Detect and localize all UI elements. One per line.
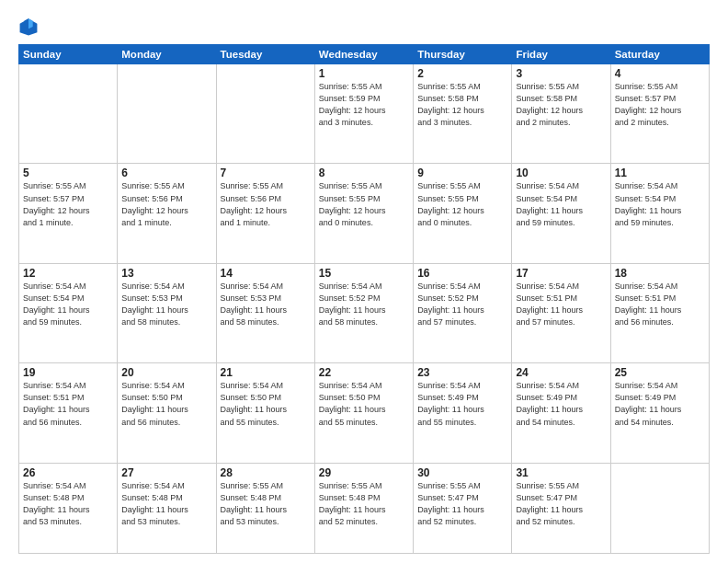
day-number: 28 — [221, 466, 311, 479]
day-cell: 6Sunrise: 5:55 AM Sunset: 5:56 PM Daylig… — [118, 164, 216, 263]
day-cell: 4Sunrise: 5:55 AM Sunset: 5:57 PM Daylig… — [610, 64, 709, 164]
day-number: 12 — [23, 267, 113, 280]
day-number: 20 — [121, 366, 211, 379]
day-number: 2 — [417, 67, 507, 80]
day-info: Sunrise: 5:55 AM Sunset: 5:55 PM Dayligh… — [417, 180, 507, 228]
week-row-5: 26Sunrise: 5:54 AM Sunset: 5:48 PM Dayli… — [19, 463, 710, 553]
day-info: Sunrise: 5:54 AM Sunset: 5:51 PM Dayligh… — [516, 281, 606, 328]
day-info: Sunrise: 5:54 AM Sunset: 5:51 PM Dayligh… — [23, 380, 113, 428]
day-info: Sunrise: 5:54 AM Sunset: 5:48 PM Dayligh… — [121, 480, 211, 528]
day-cell: 17Sunrise: 5:54 AM Sunset: 5:51 PM Dayli… — [512, 263, 610, 362]
day-cell: 20Sunrise: 5:54 AM Sunset: 5:50 PM Dayli… — [118, 363, 216, 463]
day-cell: 26Sunrise: 5:54 AM Sunset: 5:48 PM Dayli… — [19, 463, 118, 553]
day-cell — [216, 64, 314, 164]
day-number: 10 — [516, 167, 606, 179]
week-row-2: 5Sunrise: 5:55 AM Sunset: 5:57 PM Daylig… — [19, 164, 710, 263]
day-cell: 5Sunrise: 5:55 AM Sunset: 5:57 PM Daylig… — [19, 164, 118, 263]
day-number: 15 — [319, 267, 409, 280]
day-cell: 19Sunrise: 5:54 AM Sunset: 5:51 PM Dayli… — [19, 363, 118, 463]
day-info: Sunrise: 5:54 AM Sunset: 5:50 PM Dayligh… — [221, 380, 311, 428]
day-cell: 22Sunrise: 5:54 AM Sunset: 5:50 PM Dayli… — [314, 363, 413, 463]
day-number: 13 — [121, 267, 211, 280]
day-info: Sunrise: 5:55 AM Sunset: 5:55 PM Dayligh… — [319, 180, 409, 228]
day-number: 24 — [516, 366, 606, 379]
day-number: 5 — [23, 167, 113, 179]
day-cell: 23Sunrise: 5:54 AM Sunset: 5:49 PM Dayli… — [414, 363, 512, 463]
logo-icon — [18, 17, 39, 37]
day-cell: 21Sunrise: 5:54 AM Sunset: 5:50 PM Dayli… — [216, 363, 314, 463]
day-info: Sunrise: 5:54 AM Sunset: 5:54 PM Dayligh… — [23, 281, 113, 328]
day-info: Sunrise: 5:55 AM Sunset: 5:56 PM Dayligh… — [121, 180, 211, 228]
weekday-sunday: Sunday — [19, 45, 118, 64]
day-number: 9 — [417, 167, 507, 179]
day-number: 19 — [23, 366, 113, 379]
day-cell: 12Sunrise: 5:54 AM Sunset: 5:54 PM Dayli… — [19, 263, 118, 362]
day-info: Sunrise: 5:54 AM Sunset: 5:54 PM Dayligh… — [516, 180, 606, 228]
day-info: Sunrise: 5:54 AM Sunset: 5:49 PM Dayligh… — [516, 380, 606, 428]
day-info: Sunrise: 5:54 AM Sunset: 5:53 PM Dayligh… — [121, 281, 211, 328]
day-number: 7 — [221, 167, 311, 179]
header — [18, 17, 710, 37]
weekday-wednesday: Wednesday — [314, 45, 413, 64]
day-info: Sunrise: 5:55 AM Sunset: 5:47 PM Dayligh… — [417, 480, 507, 528]
day-number: 30 — [417, 466, 507, 479]
day-info: Sunrise: 5:54 AM Sunset: 5:49 PM Dayligh… — [615, 380, 705, 428]
day-cell: 1Sunrise: 5:55 AM Sunset: 5:59 PM Daylig… — [314, 64, 413, 164]
day-info: Sunrise: 5:54 AM Sunset: 5:50 PM Dayligh… — [121, 380, 211, 428]
day-number: 3 — [516, 67, 606, 80]
day-info: Sunrise: 5:55 AM Sunset: 5:58 PM Dayligh… — [516, 81, 606, 129]
weekday-thursday: Thursday — [414, 45, 512, 64]
day-number: 18 — [615, 267, 705, 280]
day-info: Sunrise: 5:55 AM Sunset: 5:58 PM Dayligh… — [417, 81, 507, 129]
page: SundayMondayTuesdayWednesdayThursdayFrid… — [0, 0, 728, 563]
day-cell: 13Sunrise: 5:54 AM Sunset: 5:53 PM Dayli… — [118, 263, 216, 362]
day-cell: 29Sunrise: 5:55 AM Sunset: 5:48 PM Dayli… — [314, 463, 413, 553]
day-info: Sunrise: 5:55 AM Sunset: 5:57 PM Dayligh… — [23, 180, 113, 228]
day-cell: 11Sunrise: 5:54 AM Sunset: 5:54 PM Dayli… — [610, 164, 709, 263]
day-number: 27 — [121, 466, 211, 479]
day-number: 11 — [615, 167, 705, 179]
day-cell — [610, 463, 709, 553]
day-number: 1 — [319, 67, 409, 80]
day-number: 17 — [516, 267, 606, 280]
day-number: 26 — [23, 466, 113, 479]
logo — [18, 17, 42, 37]
day-number: 21 — [221, 366, 311, 379]
day-cell — [19, 64, 118, 164]
day-number: 31 — [516, 466, 606, 479]
day-cell: 30Sunrise: 5:55 AM Sunset: 5:47 PM Dayli… — [414, 463, 512, 553]
day-number: 6 — [121, 167, 211, 179]
day-cell: 24Sunrise: 5:54 AM Sunset: 5:49 PM Dayli… — [512, 363, 610, 463]
day-info: Sunrise: 5:55 AM Sunset: 5:57 PM Dayligh… — [615, 81, 705, 129]
day-cell — [118, 64, 216, 164]
day-info: Sunrise: 5:54 AM Sunset: 5:48 PM Dayligh… — [23, 480, 113, 528]
day-cell: 16Sunrise: 5:54 AM Sunset: 5:52 PM Dayli… — [414, 263, 512, 362]
day-info: Sunrise: 5:54 AM Sunset: 5:51 PM Dayligh… — [615, 281, 705, 328]
day-cell: 27Sunrise: 5:54 AM Sunset: 5:48 PM Dayli… — [118, 463, 216, 553]
day-info: Sunrise: 5:55 AM Sunset: 5:56 PM Dayligh… — [221, 180, 311, 228]
day-info: Sunrise: 5:54 AM Sunset: 5:52 PM Dayligh… — [417, 281, 507, 328]
day-cell: 15Sunrise: 5:54 AM Sunset: 5:52 PM Dayli… — [314, 263, 413, 362]
day-cell: 18Sunrise: 5:54 AM Sunset: 5:51 PM Dayli… — [610, 263, 709, 362]
day-info: Sunrise: 5:55 AM Sunset: 5:47 PM Dayligh… — [516, 480, 606, 528]
day-number: 8 — [319, 167, 409, 179]
weekday-friday: Friday — [512, 45, 610, 64]
day-info: Sunrise: 5:55 AM Sunset: 5:48 PM Dayligh… — [221, 480, 311, 528]
day-number: 16 — [417, 267, 507, 280]
weekday-saturday: Saturday — [610, 45, 709, 64]
day-cell: 2Sunrise: 5:55 AM Sunset: 5:58 PM Daylig… — [414, 64, 512, 164]
day-number: 23 — [417, 366, 507, 379]
calendar: SundayMondayTuesdayWednesdayThursdayFrid… — [18, 44, 710, 554]
day-info: Sunrise: 5:55 AM Sunset: 5:48 PM Dayligh… — [319, 480, 409, 528]
day-cell: 28Sunrise: 5:55 AM Sunset: 5:48 PM Dayli… — [216, 463, 314, 553]
day-info: Sunrise: 5:54 AM Sunset: 5:54 PM Dayligh… — [615, 180, 705, 228]
day-info: Sunrise: 5:54 AM Sunset: 5:52 PM Dayligh… — [319, 281, 409, 328]
week-row-4: 19Sunrise: 5:54 AM Sunset: 5:51 PM Dayli… — [19, 363, 710, 463]
weekday-header-row: SundayMondayTuesdayWednesdayThursdayFrid… — [19, 45, 710, 64]
day-info: Sunrise: 5:54 AM Sunset: 5:53 PM Dayligh… — [221, 281, 311, 328]
day-cell: 31Sunrise: 5:55 AM Sunset: 5:47 PM Dayli… — [512, 463, 610, 553]
weekday-tuesday: Tuesday — [216, 45, 314, 64]
week-row-3: 12Sunrise: 5:54 AM Sunset: 5:54 PM Dayli… — [19, 263, 710, 362]
day-cell: 3Sunrise: 5:55 AM Sunset: 5:58 PM Daylig… — [512, 64, 610, 164]
day-cell: 14Sunrise: 5:54 AM Sunset: 5:53 PM Dayli… — [216, 263, 314, 362]
